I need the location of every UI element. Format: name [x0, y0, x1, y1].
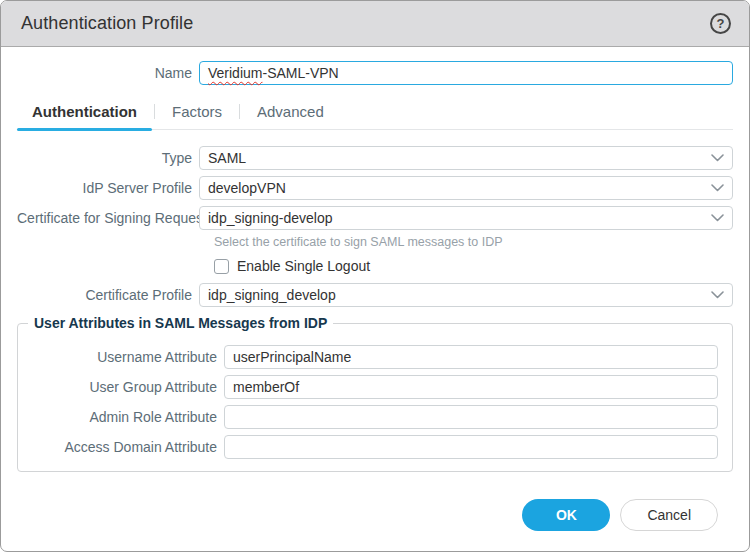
- idp-server-profile-label: IdP Server Profile: [17, 180, 199, 196]
- user-attributes-group: User Attributes in SAML Messages from ID…: [17, 323, 733, 472]
- name-row: Name Veridium-SAML-VPN: [17, 61, 733, 85]
- help-icon[interactable]: ?: [710, 13, 731, 34]
- username-attribute-label: Username Attribute: [26, 349, 224, 365]
- user-group-attribute-row: User Group Attribute: [26, 375, 718, 399]
- user-group-attribute-label: User Group Attribute: [26, 379, 224, 395]
- tab-divider: [239, 104, 240, 119]
- tab-divider: [154, 104, 155, 119]
- access-domain-attribute-label: Access Domain Attribute: [26, 439, 224, 455]
- dialog-body: Name Veridium-SAML-VPN Authentication Fa…: [1, 47, 749, 551]
- dialog-footer: OK Cancel: [17, 499, 733, 551]
- ok-button[interactable]: OK: [522, 499, 610, 531]
- chevron-down-icon: [711, 154, 724, 162]
- tab-advanced[interactable]: Advanced: [242, 97, 339, 129]
- type-value: SAML: [208, 150, 246, 166]
- certificate-profile-row: Certificate Profile idp_signing_develop: [17, 283, 733, 307]
- cert-signing-row: Certificate for Signing Requests idp_sig…: [17, 206, 733, 230]
- tab-authentication[interactable]: Authentication: [17, 97, 152, 129]
- user-group-attribute-input[interactable]: [224, 375, 718, 399]
- tab-factors[interactable]: Factors: [157, 97, 237, 129]
- admin-role-attribute-label: Admin Role Attribute: [26, 409, 224, 425]
- dialog-title: Authentication Profile: [21, 13, 193, 34]
- username-attribute-input[interactable]: [224, 345, 718, 369]
- type-select[interactable]: SAML: [199, 146, 733, 170]
- name-label: Name: [17, 65, 199, 81]
- chevron-down-icon: [711, 184, 724, 192]
- chevron-down-icon: [711, 291, 724, 299]
- certificate-profile-label: Certificate Profile: [17, 287, 199, 303]
- cancel-button[interactable]: Cancel: [620, 499, 718, 531]
- dialog-header: Authentication Profile ?: [1, 1, 749, 47]
- single-logout-label[interactable]: Enable Single Logout: [237, 258, 370, 274]
- type-row: Type SAML: [17, 146, 733, 170]
- certificate-profile-value: idp_signing_develop: [208, 287, 336, 303]
- type-label: Type: [17, 150, 199, 166]
- chevron-down-icon: [711, 214, 724, 222]
- tab-bar: Authentication Factors Advanced: [17, 97, 733, 130]
- cert-signing-help-text: Select the certificate to sign SAML mess…: [214, 235, 733, 249]
- name-value-rest: -SAML-VPN: [262, 65, 338, 81]
- name-input[interactable]: Veridium-SAML-VPN: [199, 61, 733, 85]
- idp-server-profile-value: developVPN: [208, 180, 286, 196]
- cert-signing-label: Certificate for Signing Requests: [17, 210, 199, 226]
- name-value-misspelled: Veridium: [208, 65, 262, 81]
- idp-server-profile-select[interactable]: developVPN: [199, 176, 733, 200]
- certificate-profile-select[interactable]: idp_signing_develop: [199, 283, 733, 307]
- admin-role-attribute-row: Admin Role Attribute: [26, 405, 718, 429]
- single-logout-checkbox[interactable]: [214, 259, 229, 274]
- username-attribute-row: Username Attribute: [26, 345, 718, 369]
- authentication-profile-dialog: Authentication Profile ? Name Veridium-S…: [0, 0, 750, 552]
- cert-signing-select[interactable]: idp_signing-develop: [199, 206, 733, 230]
- idp-server-profile-row: IdP Server Profile developVPN: [17, 176, 733, 200]
- user-attributes-legend: User Attributes in SAML Messages from ID…: [28, 315, 333, 331]
- question-mark-glyph: ?: [717, 16, 725, 31]
- access-domain-attribute-row: Access Domain Attribute: [26, 435, 718, 459]
- cert-signing-value: idp_signing-develop: [208, 210, 333, 226]
- access-domain-attribute-input[interactable]: [224, 435, 718, 459]
- admin-role-attribute-input[interactable]: [224, 405, 718, 429]
- single-logout-row: Enable Single Logout: [214, 258, 733, 274]
